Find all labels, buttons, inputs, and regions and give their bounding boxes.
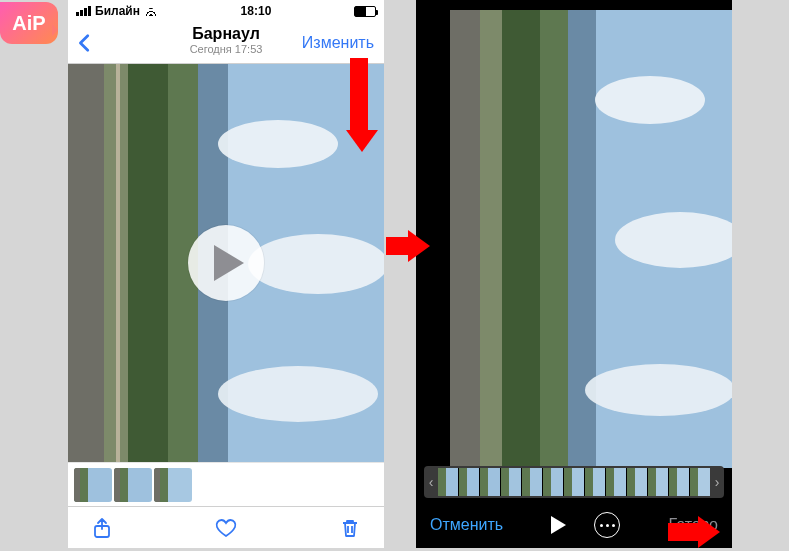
phone-screen-photos-viewer: Билайн 18:10 Барнаул Сегодня 17:53 Измен… <box>68 0 384 548</box>
svg-point-27 <box>595 76 705 124</box>
cancel-button[interactable]: Отменить <box>430 516 503 534</box>
thumbnail[interactable] <box>74 468 112 502</box>
svg-point-29 <box>585 364 732 416</box>
more-options-button[interactable] <box>594 512 620 538</box>
svg-rect-2 <box>128 64 168 462</box>
svg-rect-55 <box>690 468 698 496</box>
svg-rect-15 <box>114 468 120 502</box>
svg-rect-51 <box>648 468 656 496</box>
signal-bars-icon <box>76 6 91 16</box>
favorite-button[interactable] <box>214 516 238 540</box>
svg-rect-0 <box>68 64 104 462</box>
bottom-toolbar <box>68 506 384 548</box>
carrier-label: Билайн <box>95 4 140 18</box>
svg-rect-47 <box>606 468 614 496</box>
svg-rect-45 <box>585 468 593 496</box>
edit-button[interactable]: Изменить <box>302 34 374 52</box>
svg-rect-12 <box>74 468 80 502</box>
svg-rect-9 <box>116 64 120 462</box>
navbar: Барнаул Сегодня 17:53 Изменить <box>68 22 384 64</box>
svg-rect-24 <box>540 10 568 468</box>
aip-watermark-badge: AiP <box>0 2 58 44</box>
play-button[interactable] <box>188 225 264 301</box>
clock-label: 18:10 <box>241 4 272 18</box>
video-edit-preview[interactable] <box>416 10 732 468</box>
timeline-frames[interactable] <box>438 466 710 498</box>
svg-rect-18 <box>154 468 160 502</box>
svg-rect-21 <box>450 10 480 468</box>
svg-rect-49 <box>627 468 635 496</box>
trim-handle-right[interactable]: › <box>710 466 724 498</box>
trim-timeline[interactable]: ‹ › <box>416 462 732 502</box>
phone-screen-video-editor: ‹ › Отменить <box>416 0 732 548</box>
trim-handle-left[interactable]: ‹ <box>424 466 438 498</box>
thumbnail[interactable] <box>154 468 192 502</box>
svg-rect-22 <box>480 10 502 468</box>
wifi-icon <box>144 6 158 16</box>
svg-point-8 <box>218 366 378 422</box>
svg-rect-37 <box>501 468 509 496</box>
svg-point-7 <box>248 234 384 294</box>
battery-icon <box>354 6 376 17</box>
annotation-arrow-down-icon <box>346 58 372 152</box>
play-button[interactable] <box>551 516 566 534</box>
svg-rect-31 <box>438 468 446 496</box>
svg-rect-23 <box>502 10 540 468</box>
status-bar: Билайн 18:10 <box>68 0 384 22</box>
annotation-arrow-right-icon <box>386 230 430 256</box>
share-button[interactable] <box>90 516 114 540</box>
svg-rect-41 <box>543 468 551 496</box>
svg-rect-43 <box>564 468 572 496</box>
back-button[interactable] <box>74 32 96 54</box>
svg-rect-35 <box>480 468 488 496</box>
thumbnail-strip[interactable] <box>68 462 384 506</box>
thumbnail[interactable] <box>114 468 152 502</box>
video-frame-image <box>416 10 732 468</box>
video-preview[interactable] <box>68 64 384 462</box>
svg-rect-39 <box>522 468 530 496</box>
delete-button[interactable] <box>338 516 362 540</box>
svg-rect-33 <box>459 468 467 496</box>
annotation-arrow-right-icon <box>668 516 720 542</box>
play-icon <box>214 245 244 281</box>
svg-rect-53 <box>669 468 677 496</box>
svg-point-6 <box>218 120 338 168</box>
